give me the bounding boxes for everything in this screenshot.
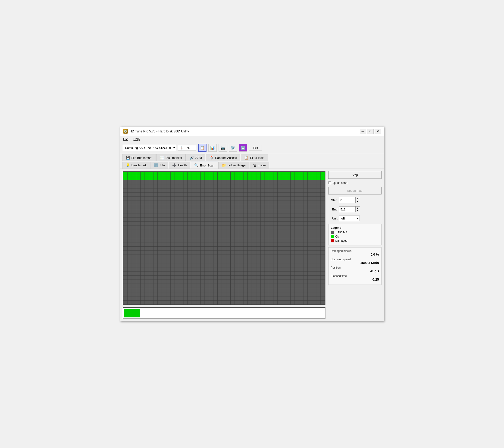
tab-file-benchmark[interactable]: 💾 File Benchmark bbox=[122, 154, 156, 161]
close-button[interactable]: ✕ bbox=[375, 129, 381, 134]
legend-item-gray: = 195 MB bbox=[331, 231, 379, 234]
legend-label-damaged: Damaged bbox=[335, 239, 347, 242]
unit-selector[interactable]: gB MB bbox=[339, 215, 360, 221]
tab-folder-usage[interactable]: 📁 Folder Usage bbox=[218, 161, 249, 169]
tab-disk-monitor[interactable]: 📊 Disk monitor bbox=[156, 154, 186, 161]
legend-label-gray: = 195 MB bbox=[335, 231, 347, 234]
scanning-speed-label: Scanning speed bbox=[331, 258, 379, 261]
tab-bar: 💾 File Benchmark 📊 Disk monitor 🔊 AAM 🎲 … bbox=[120, 153, 384, 161]
window-title: HD Tune Pro 5.75 - Hard Disk/SSD Utility bbox=[130, 129, 189, 133]
temperature-value: – °C bbox=[184, 146, 190, 150]
maximize-button[interactable]: □ bbox=[367, 129, 374, 134]
help-menu[interactable]: Help bbox=[132, 137, 141, 141]
damaged-blocks-value: 0.0 % bbox=[331, 252, 379, 256]
position-stat: Position 41 gB bbox=[331, 266, 379, 273]
exit-button[interactable]: Exit bbox=[249, 145, 262, 151]
minimize-button[interactable]: — bbox=[360, 129, 366, 134]
extra-tests-icon: 📋 bbox=[244, 156, 249, 160]
tab-aam-label: AAM bbox=[195, 156, 202, 160]
legend-title: Legend bbox=[331, 226, 379, 230]
tab-extra-tests-label: Extra tests bbox=[250, 156, 264, 160]
scan-area bbox=[123, 171, 325, 319]
damaged-blocks-label: Damaged blocks bbox=[331, 249, 379, 252]
tab-erase-label: Erase bbox=[258, 163, 266, 167]
toolbar: Samsung SSD 970 PRO 512GB (512 gB) 🌡️ – … bbox=[120, 142, 384, 153]
tab-bar-2: 💡 Benchmark ℹ️ Info ➕ Health 🔍 Error Sca… bbox=[120, 161, 384, 169]
tab-info-label: Info bbox=[160, 163, 165, 167]
quick-scan-label: Quick scan bbox=[333, 181, 347, 184]
end-label: End bbox=[328, 208, 338, 211]
error-scan-icon: 🔍 bbox=[194, 163, 199, 167]
speed-map-button[interactable]: Speed map bbox=[328, 187, 381, 195]
unit-label: Unit bbox=[328, 217, 338, 220]
temperature-display: 🌡️ – °C bbox=[178, 145, 196, 150]
stop-button[interactable]: Stop bbox=[328, 171, 381, 179]
disk-monitor-icon-btn[interactable]: 📊 bbox=[208, 144, 217, 152]
aam-icon: 🔊 bbox=[190, 156, 194, 160]
folder-usage-icon: 📁 bbox=[222, 163, 226, 167]
quick-scan-row: Quick scan bbox=[328, 180, 381, 185]
elapsed-time-stat: Elapsed time 0:25 bbox=[331, 274, 379, 281]
quick-scan-checkbox[interactable] bbox=[328, 181, 331, 184]
position-label: Position bbox=[331, 266, 379, 269]
health-icon: ➕ bbox=[172, 163, 177, 167]
legend-color-gray bbox=[331, 231, 334, 234]
benchmark-icon: 💡 bbox=[126, 163, 130, 167]
info-icon: ℹ️ bbox=[154, 163, 158, 167]
tab-health[interactable]: ➕ Health bbox=[169, 161, 190, 169]
update-icon-btn[interactable]: ⬇️ bbox=[239, 144, 247, 152]
settings-icon-btn[interactable]: ⚙️ bbox=[229, 144, 237, 152]
tab-random-access[interactable]: 🎲 Random Access bbox=[206, 154, 240, 161]
legend-item-damaged: Damaged bbox=[331, 239, 379, 242]
stats-box: Damaged blocks 0.0 % Scanning speed 1599… bbox=[328, 247, 381, 285]
tab-extra-tests[interactable]: 📋 Extra tests bbox=[241, 154, 268, 161]
start-spin-down[interactable]: ▼ bbox=[356, 200, 360, 203]
benchmark-icon-btn[interactable]: 📋 bbox=[198, 144, 207, 152]
screenshot-icon-btn[interactable]: 📷 bbox=[218, 144, 227, 152]
tab-file-benchmark-label: File Benchmark bbox=[131, 156, 152, 160]
side-panel: Stop Quick scan Speed map Start ▲ ▼ End bbox=[328, 171, 381, 319]
file-benchmark-icon: 💾 bbox=[126, 156, 130, 160]
legend-item-ok: Ok bbox=[331, 235, 379, 238]
start-input-container: ▲ ▼ bbox=[339, 197, 360, 203]
thermometer-icon: 🌡️ bbox=[180, 146, 184, 150]
end-input-container: ▲ ▼ bbox=[339, 206, 360, 212]
tab-aam[interactable]: 🔊 AAM bbox=[186, 154, 205, 161]
start-input[interactable] bbox=[339, 197, 355, 203]
end-spin-buttons: ▲ ▼ bbox=[355, 207, 360, 212]
title-bar-left: 💿 HD Tune Pro 5.75 - Hard Disk/SSD Utili… bbox=[123, 129, 189, 134]
main-window: 💿 HD Tune Pro 5.75 - Hard Disk/SSD Utili… bbox=[120, 127, 384, 321]
tab-info[interactable]: ℹ️ Info bbox=[150, 161, 168, 169]
disk-monitor-icon: 📊 bbox=[160, 156, 164, 160]
scanning-speed-stat: Scanning speed 1599.3 MB/s bbox=[331, 258, 379, 265]
tab-folder-usage-label: Folder Usage bbox=[228, 163, 246, 167]
drive-selector[interactable]: Samsung SSD 970 PRO 512GB (512 gB) bbox=[123, 145, 176, 151]
unit-row: Unit gB MB bbox=[328, 215, 381, 222]
file-menu[interactable]: File bbox=[122, 137, 129, 141]
position-value: 41 gB bbox=[331, 269, 379, 273]
end-spin-up[interactable]: ▲ bbox=[356, 207, 360, 209]
erase-icon: 🗑 bbox=[253, 163, 256, 167]
start-spin-up[interactable]: ▲ bbox=[356, 197, 360, 200]
tab-disk-monitor-label: Disk monitor bbox=[165, 156, 182, 160]
legend-color-damaged bbox=[331, 239, 334, 242]
end-input[interactable] bbox=[339, 207, 355, 212]
end-row: End ▲ ▼ bbox=[328, 206, 381, 213]
tab-error-scan[interactable]: 🔍 Error Scan bbox=[191, 161, 218, 169]
content-area: Stop Quick scan Speed map Start ▲ ▼ End bbox=[120, 169, 384, 321]
start-spin-buttons: ▲ ▼ bbox=[355, 197, 360, 203]
progress-bar bbox=[124, 309, 140, 317]
start-label: Start bbox=[328, 198, 338, 202]
tab-health-label: Health bbox=[178, 163, 187, 167]
tab-random-access-label: Random Access bbox=[215, 156, 237, 160]
random-access-icon: 🎲 bbox=[209, 156, 214, 160]
tab-erase[interactable]: 🗑 Erase bbox=[250, 161, 269, 169]
end-spin-down[interactable]: ▼ bbox=[356, 209, 360, 212]
tab-benchmark[interactable]: 💡 Benchmark bbox=[122, 161, 150, 169]
app-icon: 💿 bbox=[123, 129, 128, 134]
legend-label-ok: Ok bbox=[335, 235, 339, 238]
menu-bar: File Help bbox=[120, 136, 384, 142]
title-controls: — □ ✕ bbox=[360, 129, 381, 134]
progress-bar-container bbox=[123, 307, 325, 319]
legend-color-ok bbox=[331, 235, 334, 238]
